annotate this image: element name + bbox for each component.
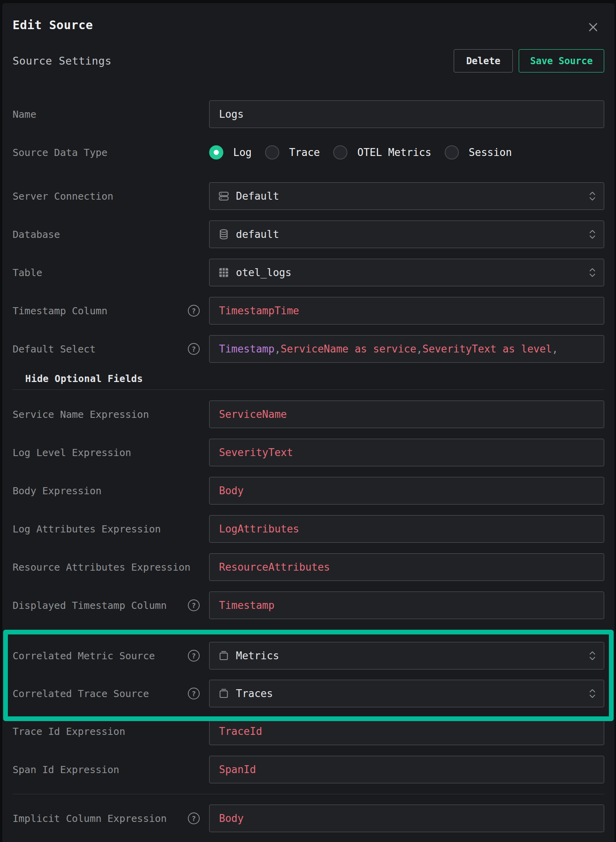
source-data-type-radio-group: Log Trace OTEL Metrics Session [209, 145, 604, 159]
server-connection-label: Server Connection [13, 189, 113, 204]
radio-session[interactable]: Session [445, 145, 512, 159]
sql-segment: , [416, 343, 423, 355]
chevron-updown-icon [588, 649, 597, 662]
correlated-trace-source-label: Correlated Trace Source [13, 686, 149, 701]
help-icon[interactable]: ? [188, 599, 200, 611]
field-row-server-connection: Server Connection Default [13, 182, 604, 210]
name-label: Name [13, 107, 36, 122]
correlated-trace-source-value: Traces [236, 688, 273, 699]
table-value: otel_logs [236, 267, 291, 278]
source-settings-form: Name Source Data Type Log Trace O [13, 100, 604, 832]
modal-title: Edit Source [13, 18, 604, 32]
field-row-timestamp-column: Timestamp Column ? [13, 297, 604, 325]
field-row-trace-id-expression: Trace Id Expression [13, 718, 604, 745]
span-id-expression-input[interactable] [209, 756, 604, 783]
radio-log-circle [209, 145, 223, 159]
help-icon[interactable]: ? [188, 688, 200, 699]
service-name-expression-label: Service Name Expression [13, 407, 149, 422]
radio-otel-metrics[interactable]: OTEL Metrics [333, 145, 431, 159]
field-row-source-data-type: Source Data Type Log Trace OTEL Metrics [13, 139, 604, 166]
delete-button[interactable]: Delete [454, 49, 513, 72]
table-label: Table [13, 265, 42, 280]
sql-segment: , [552, 343, 558, 355]
chevron-updown-icon [588, 228, 597, 241]
resource-attributes-expression-label: Resource Attributes Expression [13, 560, 191, 575]
sql-segment: Timestamp [219, 343, 275, 355]
table-select[interactable]: otel_logs [209, 259, 604, 286]
implicit-column-expression-label: Implicit Column Expression [13, 811, 167, 826]
server-connection-value: Default [236, 190, 279, 202]
server-icon [218, 190, 230, 202]
server-connection-select[interactable]: Default [209, 182, 604, 210]
body-expression-input[interactable] [209, 477, 604, 504]
table-icon [218, 267, 230, 278]
correlated-metric-source-select[interactable]: Metrics [209, 642, 604, 670]
service-name-expression-input[interactable] [209, 401, 604, 428]
field-row-database: Database default [13, 221, 604, 248]
section-title: Source Settings [13, 55, 111, 67]
log-level-expression-input[interactable] [209, 439, 604, 466]
chevron-updown-icon [588, 266, 597, 279]
trace-id-expression-label: Trace Id Expression [13, 724, 125, 739]
field-row-default-select: Default Select ? Timestamp, ServiceName … [13, 335, 604, 363]
resource-attributes-expression-input[interactable] [209, 553, 604, 581]
field-row-name: Name [13, 100, 604, 128]
default-select-label: Default Select [13, 341, 96, 357]
field-row-resource-attributes-expression: Resource Attributes Expression [13, 553, 604, 581]
hide-optional-fields-toggle[interactable]: Hide Optional Fields [13, 373, 604, 384]
database-select[interactable]: default [209, 221, 604, 248]
body-expression-label: Body Expression [13, 483, 102, 499]
help-icon[interactable]: ? [188, 812, 200, 824]
field-row-service-name-expression: Service Name Expression [13, 401, 604, 428]
radio-trace[interactable]: Trace [265, 145, 320, 159]
box-icon [218, 688, 230, 699]
save-source-button[interactable]: Save Source [519, 49, 604, 72]
log-level-expression-label: Log Level Expression [13, 445, 131, 460]
implicit-column-expression-input[interactable] [209, 805, 604, 832]
edit-source-modal: Edit Source Source Settings Delete Save … [2, 3, 614, 842]
timestamp-column-label: Timestamp Column [13, 303, 108, 319]
trace-id-expression-input[interactable] [209, 718, 604, 745]
chevron-updown-icon [588, 687, 597, 700]
database-icon [218, 228, 230, 240]
help-icon[interactable]: ? [188, 650, 200, 662]
field-row-body-expression: Body Expression [13, 477, 604, 504]
help-icon[interactable]: ? [188, 305, 200, 317]
radio-log-label: Log [233, 147, 252, 158]
source-data-type-label: Source Data Type [13, 145, 108, 160]
name-input[interactable] [209, 100, 604, 128]
help-icon[interactable]: ? [188, 343, 200, 355]
divider [13, 794, 604, 794]
field-row-table: Table otel_logs [13, 259, 604, 286]
field-row-correlated-metric-source: Correlated Metric Source ? Metrics [13, 642, 604, 670]
log-attributes-expression-label: Log Attributes Expression [13, 521, 161, 537]
radio-session-circle [445, 145, 459, 159]
radio-log[interactable]: Log [209, 145, 252, 159]
sql-segment: ServiceName as service [281, 343, 416, 355]
correlated-metric-source-value: Metrics [236, 650, 279, 662]
span-id-expression-label: Span Id Expression [13, 762, 119, 777]
correlated-trace-source-select[interactable]: Traces [209, 680, 604, 707]
timestamp-column-input[interactable] [209, 297, 604, 325]
chevron-updown-icon [588, 189, 597, 203]
radio-otel-metrics-circle [333, 145, 347, 159]
default-select-input[interactable]: Timestamp, ServiceName as service, Sever… [209, 335, 604, 363]
field-row-displayed-timestamp-column: Displayed Timestamp Column ? [13, 592, 604, 619]
close-button[interactable] [586, 20, 600, 34]
field-row-span-id-expression: Span Id Expression [13, 756, 604, 783]
close-icon [587, 21, 599, 33]
database-value: default [236, 228, 279, 240]
field-row-correlated-trace-source: Correlated Trace Source ? Traces [13, 680, 604, 707]
radio-trace-label: Trace [289, 147, 320, 158]
log-attributes-expression-input[interactable] [209, 515, 604, 543]
sql-segment: , [275, 343, 281, 355]
database-label: Database [13, 227, 60, 242]
field-row-log-attributes-expression: Log Attributes Expression [13, 515, 604, 543]
displayed-timestamp-column-input[interactable] [209, 592, 604, 619]
radio-session-label: Session [469, 147, 512, 158]
displayed-timestamp-column-label: Displayed Timestamp Column [13, 598, 167, 613]
toolbar: Source Settings Delete Save Source [13, 49, 604, 72]
field-row-log-level-expression: Log Level Expression [13, 439, 604, 466]
radio-otel-metrics-label: OTEL Metrics [357, 147, 431, 158]
highlight-annotation-box: Correlated Metric Source ? Metrics [3, 630, 614, 721]
